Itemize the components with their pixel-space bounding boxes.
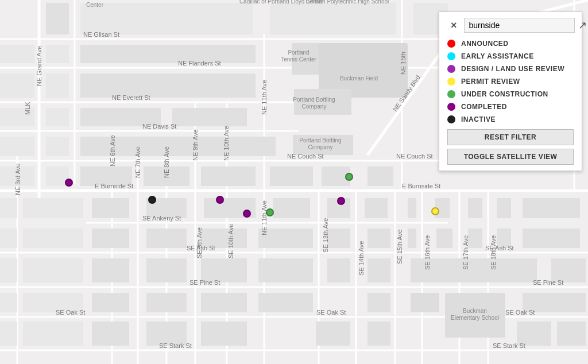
svg-rect-31	[46, 3, 69, 34]
svg-text:SE 17th Ave: SE 17th Ave	[462, 235, 469, 270]
dot-inactive[interactable]	[148, 196, 156, 204]
svg-rect-57	[270, 166, 313, 186]
svg-text:NE 3rd Ave: NE 3rd Ave	[14, 164, 21, 195]
svg-text:SE 10th Ave: SE 10th Ave	[227, 224, 234, 258]
permit-review-dot	[447, 78, 455, 86]
under-construction-dot	[447, 90, 455, 98]
svg-text:SE Oak St: SE Oak St	[56, 309, 85, 316]
dot-under-construction-1[interactable]	[266, 208, 274, 216]
svg-text:NE Everett St: NE Everett St	[112, 94, 150, 101]
svg-text:NE Davis St: NE Davis St	[142, 123, 176, 130]
dot-permit-review[interactable]	[431, 207, 439, 215]
svg-rect-110	[92, 322, 129, 346]
svg-text:SE Ankeny St: SE Ankeny St	[142, 215, 181, 222]
svg-rect-97	[0, 293, 17, 312]
close-button[interactable]: ×	[447, 18, 461, 33]
svg-rect-50	[46, 137, 69, 156]
svg-text:NE 7th Ave: NE 7th Ave	[134, 146, 141, 178]
svg-text:SE 15th Ave: SE 15th Ave	[396, 230, 403, 264]
svg-text:NE Flanders St: NE Flanders St	[178, 60, 221, 67]
svg-rect-72	[497, 198, 511, 218]
early-assistance-dot	[447, 52, 455, 60]
svg-rect-48	[172, 108, 247, 126]
svg-rect-69	[408, 198, 416, 218]
early-assistance-label: EARLY ASSISTANCE	[461, 52, 534, 60]
svg-rect-109	[23, 322, 83, 346]
svg-rect-32	[80, 3, 253, 34]
svg-rect-33	[270, 3, 396, 34]
svg-text:Portland: Portland	[288, 49, 309, 56]
dot-completed-4[interactable]	[337, 197, 345, 205]
legend-item-announced: ANNOUNCED	[447, 40, 574, 48]
svg-rect-90	[146, 258, 187, 282]
svg-text:Buckman: Buckman	[463, 308, 487, 314]
design-land-use-dot	[447, 65, 455, 73]
svg-text:Company: Company	[302, 103, 327, 110]
svg-rect-76	[92, 229, 129, 248]
svg-text:NE 10th Ave: NE 10th Ave	[223, 126, 230, 161]
svg-rect-71	[468, 198, 482, 218]
svg-text:NE 15th: NE 15th	[400, 52, 407, 75]
svg-rect-40	[0, 73, 34, 98]
svg-text:SE Stark St: SE Stark St	[159, 342, 192, 349]
design-land-use-label: DESIGN / LAND USE REVIEW	[461, 65, 564, 73]
search-input[interactable]	[464, 18, 575, 33]
svg-text:NE 6th Ave: NE 6th Ave	[109, 135, 116, 166]
toggle-satellite-button[interactable]: TOGGLE SATELLITE VIEW	[447, 149, 574, 165]
svg-rect-102	[258, 293, 313, 312]
svg-text:SE 14th Ave: SE 14th Ave	[358, 241, 365, 276]
svg-rect-80	[327, 229, 350, 248]
legend-item-design-land-use: DESIGN / LAND USE REVIEW	[447, 65, 574, 73]
announced-dot	[447, 40, 455, 48]
dot-completed-1[interactable]	[65, 179, 73, 187]
svg-rect-73	[523, 198, 580, 218]
svg-rect-39	[80, 45, 256, 63]
legend-item-inactive: INACTIVE	[447, 115, 574, 123]
svg-rect-66	[273, 198, 310, 218]
svg-text:Portland Bottling: Portland Bottling	[299, 137, 341, 144]
svg-text:SE 18th Ave: SE 18th Ave	[490, 235, 497, 270]
svg-rect-107	[551, 293, 586, 312]
svg-rect-86	[523, 229, 580, 248]
svg-text:Benson Polytechnic High School: Benson Polytechnic High School	[306, 0, 389, 5]
svg-text:NE 8th Ave: NE 8th Ave	[163, 146, 170, 178]
svg-rect-88	[23, 258, 83, 282]
svg-rect-112	[201, 322, 247, 346]
svg-rect-87	[0, 258, 17, 282]
svg-rect-83	[436, 229, 452, 248]
dot-completed-3[interactable]	[243, 210, 251, 218]
svg-rect-74	[0, 229, 17, 248]
svg-text:NE Couch St: NE Couch St	[287, 153, 324, 160]
inactive-dot	[447, 115, 455, 123]
svg-rect-42	[80, 73, 256, 98]
announced-label: ANNOUNCED	[461, 40, 509, 48]
svg-text:NE 9th Ave: NE 9th Ave	[192, 129, 199, 161]
svg-rect-59	[368, 166, 393, 186]
svg-rect-113	[316, 322, 350, 346]
svg-rect-61	[23, 198, 83, 218]
svg-text:Company: Company	[308, 144, 333, 150]
svg-rect-81	[368, 229, 390, 248]
svg-rect-89	[92, 258, 129, 282]
reset-filter-button[interactable]: RESET FILTER	[447, 129, 574, 145]
svg-rect-41	[46, 73, 69, 98]
svg-rect-116	[557, 322, 586, 346]
svg-text:Buckman Field: Buckman Field	[340, 75, 378, 82]
permit-review-label: PERMIT REVIEW	[461, 78, 520, 86]
svg-rect-77	[146, 229, 187, 248]
legend-item-completed: COMPLETED	[447, 103, 574, 111]
search-expand-icon[interactable]: ↗	[578, 19, 587, 32]
svg-text:Portland Bottling: Portland Bottling	[293, 96, 335, 103]
svg-rect-49	[0, 137, 34, 156]
svg-rect-84	[468, 229, 482, 248]
svg-text:E Burnside St: E Burnside St	[95, 183, 133, 189]
dot-completed-2[interactable]	[216, 196, 224, 204]
svg-text:SE Oak St: SE Oak St	[316, 309, 346, 316]
map-container: NE Glisan St NE Flanders St NE Everett S…	[0, 0, 588, 364]
under-construction-label: UNDER CONSTRUCTION	[461, 90, 548, 98]
svg-rect-114	[368, 322, 390, 346]
svg-text:E Burnside St: E Burnside St	[402, 183, 440, 189]
svg-rect-82	[408, 229, 416, 248]
dot-under-construction-2[interactable]	[345, 173, 353, 181]
svg-rect-68	[365, 198, 388, 218]
